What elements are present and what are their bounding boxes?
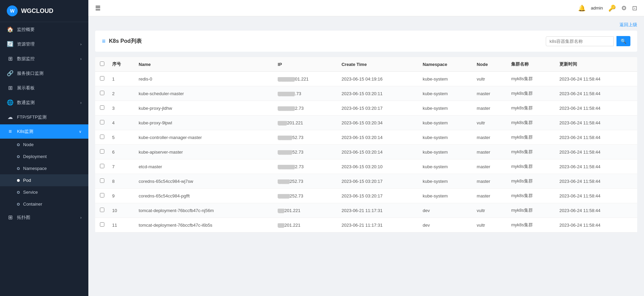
sidebar-item-data-monitor[interactable]: ⊞ 数据监控 ›	[0, 51, 88, 66]
cell-num: 7	[109, 159, 135, 174]
cell-name: coredns-65c54cc984-pgfft	[135, 189, 274, 203]
cell-name: redis-0	[135, 72, 274, 86]
sidebar-item-ftp-monitor[interactable]: ☁ FTP/SFTP监测	[0, 110, 88, 124]
cell-cluster: myk8s集群	[508, 72, 556, 86]
content-area: 返回上级 ≡ K8s Pod列表 🔍 序号 Name IP	[88, 16, 644, 296]
row-checkbox[interactable]	[100, 208, 104, 212]
table-row: 7 etcd-master ██████2.73 2023-06-15 03:2…	[95, 159, 637, 174]
settings-icon[interactable]: ⚙	[621, 4, 627, 12]
cell-ip: █████52.73	[274, 145, 338, 159]
cell-create-time: 2023-06-21 11:17:31	[338, 203, 419, 218]
cell-name: kube-scheduler-master	[135, 86, 274, 101]
sidebar-item-label: 资源管理	[17, 41, 77, 47]
topbar: ☰ 🔔 admin 🔑 ⚙ ⊡	[88, 0, 644, 16]
sub-item-label: Node	[23, 142, 34, 147]
row-checkbox[interactable]	[100, 91, 104, 95]
row-checkbox[interactable]	[100, 105, 104, 110]
cell-update-time: 2023-06-24 11:58:44	[556, 130, 637, 145]
cell-ip: ██████01.221	[274, 72, 338, 86]
sidebar-item-service[interactable]: Service	[0, 186, 88, 198]
cell-node: master	[473, 189, 508, 203]
cell-namespace: dev	[419, 218, 473, 232]
logo-icon: W	[7, 5, 18, 16]
search-area: 🔍	[546, 36, 630, 46]
cell-update-time: 2023-06-24 11:58:44	[556, 86, 637, 101]
cell-create-time: 2023-06-15 03:20:14	[338, 145, 419, 159]
cell-name: kube-controller-manager-master	[135, 130, 274, 145]
cell-namespace: kube-system	[419, 72, 473, 86]
cell-ip: ████252.73	[274, 174, 338, 189]
sidebar-item-namespace[interactable]: Namespace	[0, 162, 88, 174]
cell-num: 11	[109, 218, 135, 232]
page-title-icon: ≡	[102, 38, 106, 45]
row-checkbox[interactable]	[100, 178, 104, 183]
page-title: K8s Pod列表	[109, 38, 142, 45]
cell-node: master	[473, 101, 508, 116]
row-checkbox[interactable]	[100, 222, 104, 227]
row-checkbox[interactable]	[100, 120, 104, 124]
sub-dot-icon	[17, 179, 20, 182]
sidebar-item-container[interactable]: Container	[0, 198, 88, 210]
col-node: Node	[473, 57, 508, 72]
sidebar-item-label: 数据监控	[17, 56, 77, 62]
cell-node: master	[473, 159, 508, 174]
cell-name: etcd-master	[135, 159, 274, 174]
cell-cluster: myk8s集群	[508, 86, 556, 101]
search-input[interactable]	[546, 36, 614, 46]
cell-num: 3	[109, 101, 135, 116]
sidebar-item-pod[interactable]: Pod	[0, 174, 88, 186]
cell-num: 10	[109, 203, 135, 218]
row-checkbox[interactable]	[100, 135, 104, 139]
k8s-icon: ≡	[7, 128, 14, 135]
search-button[interactable]: 🔍	[616, 36, 630, 46]
cell-update-time: 2023-06-24 11:58:44	[556, 189, 637, 203]
sidebar-item-deployment[interactable]: Deployment	[0, 151, 88, 162]
logout-icon[interactable]: ⊡	[632, 4, 637, 12]
row-checkbox[interactable]	[100, 76, 104, 81]
cell-node: vultr	[473, 116, 508, 130]
sub-dot-icon	[17, 167, 20, 170]
sidebar-item-dashboard[interactable]: ⊞ 展示看板	[0, 81, 88, 95]
bell-icon[interactable]: 🔔	[578, 4, 586, 12]
cell-num: 2	[109, 86, 135, 101]
select-all-checkbox[interactable]	[100, 62, 104, 66]
menu-toggle-button[interactable]: ☰	[95, 4, 101, 12]
table-row: 3 kube-proxy-jldhw ██████2.73 2023-06-15…	[95, 101, 637, 116]
sidebar-item-data-comm[interactable]: 🌐 数通监测 ›	[0, 95, 88, 110]
app-logo: W WGCLOUD	[0, 0, 88, 22]
sub-item-label: Namespace	[23, 166, 47, 171]
cell-cluster: myk8s集群	[508, 101, 556, 116]
col-ip: IP	[274, 57, 338, 72]
row-checkbox[interactable]	[100, 149, 104, 154]
cell-node: vultr	[473, 203, 508, 218]
sidebar-item-resource-management[interactable]: 🔄 资源管理 ›	[0, 37, 88, 51]
link-icon: 🔗	[7, 70, 14, 76]
cell-cluster: myk8s集群	[508, 189, 556, 203]
cell-update-time: 2023-06-24 11:58:44	[556, 145, 637, 159]
sidebar-item-monitor-overview[interactable]: 🏠 监控概要	[0, 22, 88, 37]
key-icon[interactable]: 🔑	[608, 4, 616, 12]
cell-namespace: kube-system	[419, 116, 473, 130]
back-link[interactable]: 返回上级	[620, 22, 637, 28]
sidebar-item-topology[interactable]: ⊞ 拓扑图 ›	[0, 210, 88, 225]
sidebar-item-label: 展示看板	[17, 85, 82, 91]
sidebar-item-k8s-monitor[interactable]: ≡ K8s监测 ∨	[0, 124, 88, 139]
cell-namespace: kube-system	[419, 145, 473, 159]
chevron-right-icon: ›	[80, 42, 82, 46]
sidebar-item-service-interface[interactable]: 🔗 服务接口监测	[0, 66, 88, 81]
sub-item-label: Pod	[23, 178, 31, 183]
sidebar-item-node[interactable]: Node	[0, 139, 88, 151]
cell-node: master	[473, 174, 508, 189]
cell-cluster: myk8s集群	[508, 159, 556, 174]
row-checkbox[interactable]	[100, 193, 104, 197]
sub-item-label: Deployment	[23, 154, 47, 159]
page-header: ≡ K8s Pod列表 🔍	[95, 31, 637, 52]
cloud-icon: ☁	[7, 114, 14, 120]
table-row: 1 redis-0 ██████01.221 2023-06-15 04:19:…	[95, 72, 637, 86]
cell-cluster: myk8s集群	[508, 203, 556, 218]
row-checkbox[interactable]	[100, 164, 104, 168]
cell-name: kube-proxy-jldhw	[135, 101, 274, 116]
sidebar-item-label: K8s监测	[17, 128, 75, 135]
cell-name: coredns-65c54cc984-wj7sw	[135, 174, 274, 189]
cell-update-time: 2023-06-24 11:58:44	[556, 159, 637, 174]
